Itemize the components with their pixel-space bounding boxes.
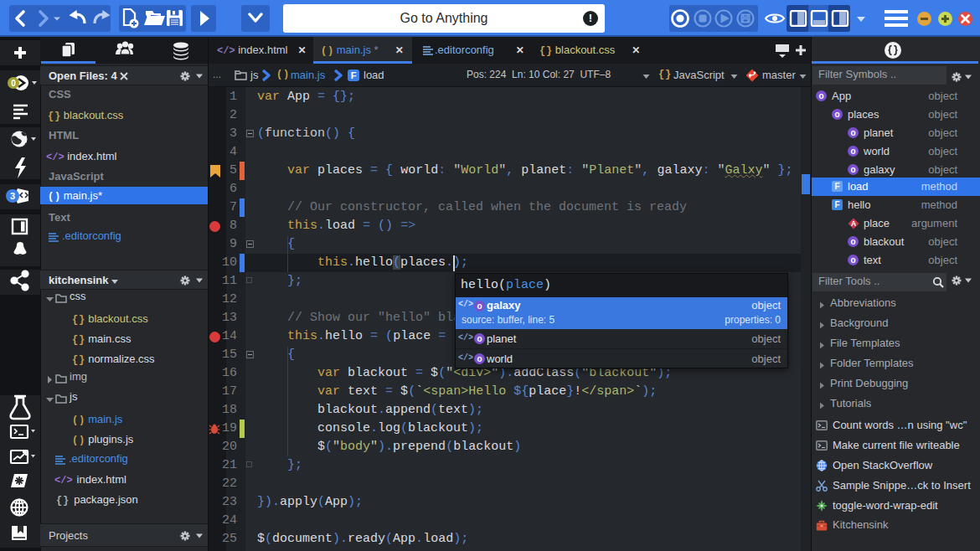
svg-text:3: 3 <box>10 191 15 201</box>
svg-text:A: A <box>851 219 856 228</box>
svg-text:0: 0 <box>11 79 16 88</box>
